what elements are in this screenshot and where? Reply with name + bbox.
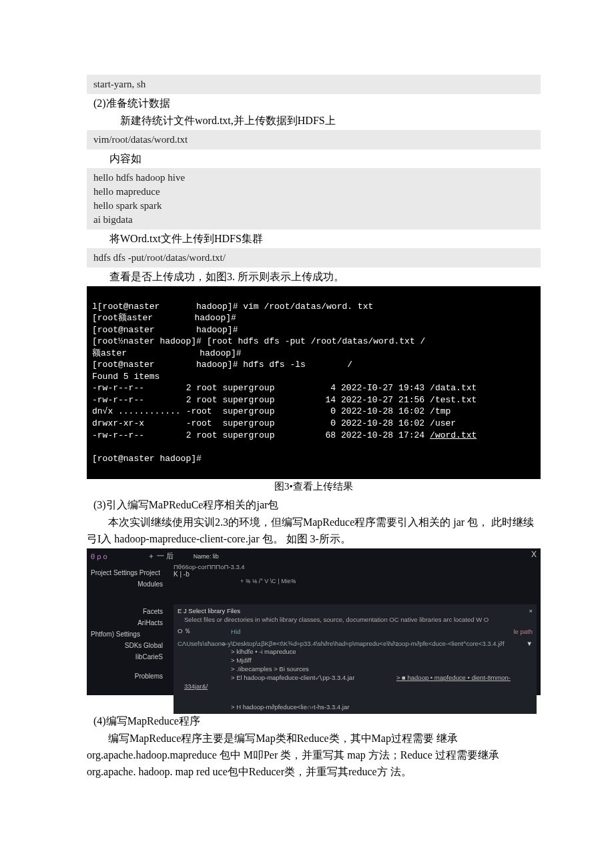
term-line: [root@naster hadoop]# hdfs dfs -ls / <box>92 360 352 370</box>
term-line: [root½naster hadoop]# [root hdfs dfs -pu… <box>92 336 425 346</box>
term-line: [root@naster hadoop]# <box>92 325 238 335</box>
code-block-file-content: hello hdfs hadoop hive hello mapreduce h… <box>87 168 541 230</box>
figure3-caption: 图3•查看上传结果 <box>87 480 541 493</box>
file-line: hello spark spark <box>93 199 534 213</box>
content-label: 内容如 <box>87 151 541 167</box>
sidebar-item[interactable]: Phtfom) Settings <box>87 628 167 640</box>
ls-row: -rw-r--r--2 rootsupergroup142022-10-2721… <box>92 394 482 406</box>
term-line: [root@naster hadoop]# <box>92 454 202 464</box>
ide-sub: Πθ66op-corΠΠΠoΠ-3.3.4 <box>174 563 537 570</box>
ide-main: Πθ66op-corΠΠΠoΠ-3.3.4 K | -b + ⅜ ⅛ /° V … <box>174 563 537 714</box>
tree-line[interactable]: > klhdfe • -i mapreduce <box>178 647 533 656</box>
ide-top-left: θ ρ ο <box>91 552 107 560</box>
dialog-title: E J Select library Files <box>178 607 533 614</box>
ls-row: -rw-r--r--2 rootsupergroup682022-10-2817… <box>92 430 482 442</box>
dialog-desc: Select files or directories in which lib… <box>178 614 533 627</box>
code-line: start-yarn, sh <box>93 77 534 91</box>
dialog-path: CΛUsefs\sħaonə-y\Desktop\±βKβ≡<t\K¾d≈p33… <box>178 640 505 647</box>
ls-row: -rw-r--r--2 rootsupergroup42Θ22-IΘ-2719:… <box>92 382 482 394</box>
file-line: hello hdfs hadoop hive <box>93 171 534 185</box>
ls-row: drwxr-xr-x-rootsupergroupΘ2Θ22-10-2816:0… <box>92 418 482 430</box>
ide-dialog: E J Select library Files × Select files … <box>174 604 537 714</box>
check-label: 查看是否上传成功，如图3. 所示则表示上传成功。 <box>87 269 541 285</box>
sidebar-item[interactable]: Problems <box>87 671 167 682</box>
term-line: l[root@naster hadoop]# vim /root/datas/w… <box>92 302 373 312</box>
step2-sub: 新建待统计文件word.txt,并上传数据到HDFS上 <box>87 113 541 129</box>
code-line: vim/root/datas/word.txt <box>93 133 534 147</box>
ide-plus[interactable]: ＋ 一 后 <box>147 551 174 561</box>
file-line: ai bigdata <box>93 213 534 227</box>
tree-line[interactable]: > Mjdiff <box>178 656 533 665</box>
dropdown-icon[interactable]: ▼ <box>527 640 533 647</box>
sidebar-item[interactable]: AriHacts <box>87 617 167 628</box>
ls-table: -rw-r--r--2 rootsupergroup42Θ22-IΘ-2719:… <box>92 382 482 441</box>
dialog-hid[interactable]: Hid <box>231 628 240 635</box>
ide-kb: K | -b <box>174 570 537 578</box>
code-block-put: hdfs dfs -put/root/datas/word.txt/ <box>87 248 541 268</box>
tree-line[interactable]: 334jar&/ <box>178 682 533 691</box>
ide-screenshot: X θ ρ ο ＋ 一 后 Name: lib Project Settings… <box>87 548 541 695</box>
dialog-lepath: le path <box>513 628 533 635</box>
code-block-vim: vim/root/datas/word.txt <box>87 130 541 149</box>
step3-body: 本次实训继续使用实训2.3的环境，但编写MapReduce程序需要引入相关的 j… <box>87 514 541 548</box>
term-line: Found 5 items <box>92 372 160 382</box>
ide-meta: + ⅜ ⅛ /° V \C | Mie⅜ <box>174 578 537 584</box>
step3-title: (3)引入编写MaPReduCe程序相关的jar包 <box>87 497 541 513</box>
step4-title: (4)编写MapReduce程序 <box>87 713 541 729</box>
sidebar-item[interactable]: SDKs Global <box>87 640 167 651</box>
dialog-o: O ％ <box>178 627 191 636</box>
ide-name: Name: lib <box>194 553 219 560</box>
upload-label: 将WOrd.txt文件上传到HDFS集群 <box>87 231 541 247</box>
sidebar-item[interactable]: Facets <box>87 606 167 617</box>
step4-body: 编写MapReduce程序主要是编写Map类和Reduce类，其中Map过程需要… <box>87 731 541 780</box>
code-line: hdfs dfs -put/root/datas/word.txt/ <box>93 251 534 265</box>
file-line: hello mapreduce <box>93 185 534 199</box>
tree-line[interactable]: > H hadoop-m∂pfeduce<lie∩‹t-hs-3.3.4.jar <box>178 703 533 711</box>
tree-line[interactable]: > El hadoop-mapfeduce-client-∕∖pp-3.3.4.… <box>178 673 533 682</box>
sidebar-item[interactable]: Modules <box>87 578 167 590</box>
ls-row: dn√x ............-rootsupergroupΘ2022-10… <box>92 406 482 418</box>
close-icon[interactable]: X <box>531 550 537 559</box>
dialog-close-icon[interactable]: × <box>529 607 533 614</box>
term-line: 额aster hadoop]# <box>92 348 242 358</box>
sidebar-item[interactable]: IibCarieS <box>87 651 167 663</box>
terminal-output: l[root@naster hadoop]# vim /root/datas/w… <box>87 286 541 479</box>
ide-sidebar: Project Settings Project Modules Facets … <box>87 567 167 682</box>
tree-line[interactable]: > .Iibecamples > Bi sources <box>178 665 533 673</box>
sidebar-item[interactable]: Project Settings Project <box>87 567 167 578</box>
step2-title: (2)准备统计数据 <box>87 95 541 111</box>
term-line: [root额aster hadoop]# <box>92 313 236 323</box>
code-block-start-yarn: start-yarn, sh <box>87 75 541 94</box>
